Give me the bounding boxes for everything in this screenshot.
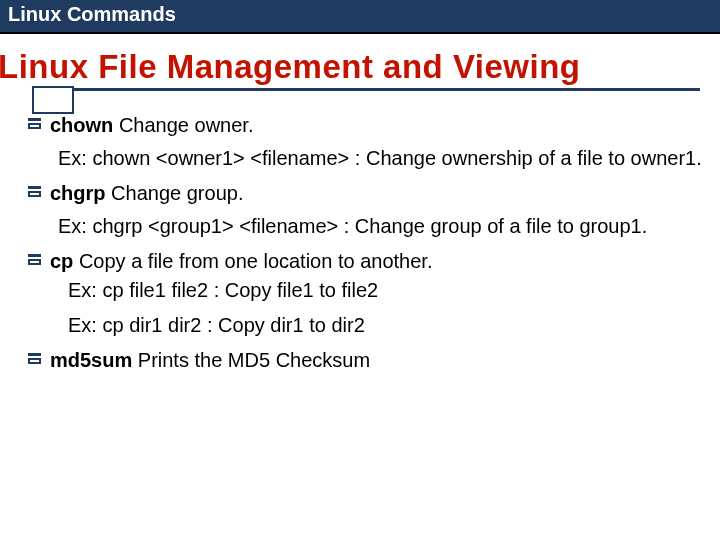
chgrp-example: Ex: chgrp <group1> <filename> : Change g… — [58, 214, 702, 239]
title-underline — [52, 88, 700, 91]
chown-desc: Change owner. — [113, 114, 253, 136]
cp-example-2: Ex: cp dir1 dir2 : Copy dir1 to dir2 — [68, 313, 702, 338]
chgrp-line: chgrp Change group. — [50, 181, 702, 206]
bullet-icon — [28, 186, 41, 197]
chown-cmd: chown — [50, 114, 113, 136]
chown-example: Ex: chown <owner1> <filename> : Change o… — [58, 146, 702, 171]
chown-line: chown Change owner. — [50, 113, 702, 138]
slide-content: chown Change owner. Ex: chown <owner1> <… — [0, 91, 720, 373]
title-area: Linux File Management and Viewing — [0, 34, 720, 91]
title-decor-box — [32, 86, 74, 114]
cp-cmd: cp — [50, 250, 73, 272]
chgrp-desc: Change group. — [106, 182, 244, 204]
bullet-icon — [28, 254, 41, 265]
cp-desc: Copy a file from one location to another… — [73, 250, 432, 272]
slide-title: Linux File Management and Viewing — [0, 34, 720, 88]
bullet-icon — [28, 118, 41, 129]
list-item: chown Change owner. Ex: chown <owner1> <… — [28, 113, 702, 171]
bullet-icon — [28, 353, 41, 364]
cp-example-1: Ex: cp file1 file2 : Copy file1 to file2 — [68, 278, 702, 303]
slide-header: Linux Commands — [0, 0, 720, 34]
list-item: chgrp Change group. Ex: chgrp <group1> <… — [28, 181, 702, 239]
md5sum-cmd: md5sum — [50, 349, 132, 371]
list-item: cp Copy a file from one location to anot… — [28, 249, 702, 338]
md5sum-line: md5sum Prints the MD5 Checksum — [50, 348, 702, 373]
chgrp-cmd: chgrp — [50, 182, 106, 204]
list-item: md5sum Prints the MD5 Checksum — [28, 348, 702, 373]
cp-line: cp Copy a file from one location to anot… — [50, 249, 702, 274]
md5sum-desc: Prints the MD5 Checksum — [132, 349, 370, 371]
